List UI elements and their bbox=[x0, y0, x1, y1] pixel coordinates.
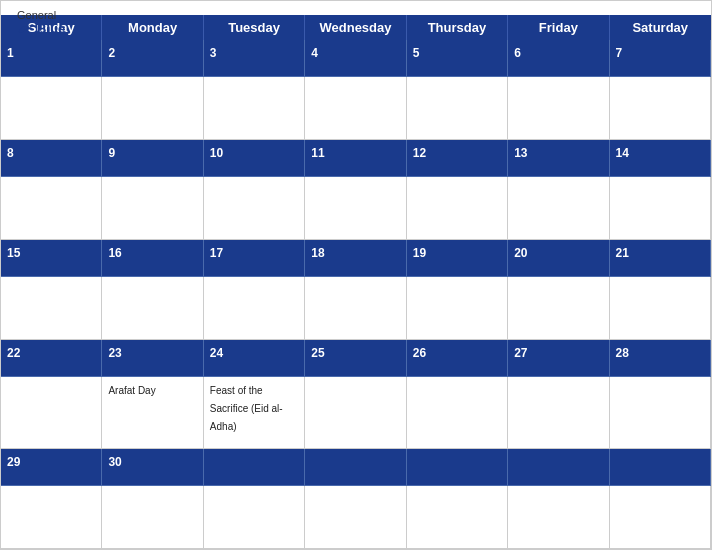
date-num-cell: 4 bbox=[305, 40, 406, 77]
date-number: 17 bbox=[210, 246, 223, 260]
day-tuesday: Tuesday bbox=[204, 15, 305, 40]
date-number: 11 bbox=[311, 146, 324, 160]
date-num-cell: 6 bbox=[508, 40, 609, 77]
date-content-cell bbox=[1, 277, 102, 341]
date-number: 10 bbox=[210, 146, 223, 160]
date-num-cell: 20 bbox=[508, 240, 609, 277]
date-num-cell bbox=[204, 449, 305, 486]
event-text: Feast of the Sacrifice (Eid al-Adha) bbox=[210, 385, 283, 432]
date-num-cell: 2 bbox=[102, 40, 203, 77]
date-content-cell bbox=[407, 486, 508, 550]
date-content-cell: Feast of the Sacrifice (Eid al-Adha) bbox=[204, 377, 305, 450]
date-content-cell bbox=[305, 377, 406, 450]
date-content-cell bbox=[102, 277, 203, 341]
date-num-cell bbox=[407, 449, 508, 486]
date-content-cell bbox=[407, 77, 508, 141]
date-number: 29 bbox=[7, 455, 20, 469]
date-number: 26 bbox=[413, 346, 426, 360]
date-content-cell bbox=[305, 177, 406, 241]
date-number: 12 bbox=[413, 146, 426, 160]
calendar-container: General Blue Sunday Monday Tuesday Wedne… bbox=[0, 0, 712, 550]
date-num-cell bbox=[610, 449, 711, 486]
date-number: 24 bbox=[210, 346, 223, 360]
date-num-cell: 21 bbox=[610, 240, 711, 277]
date-num-cell bbox=[508, 449, 609, 486]
date-content-cell bbox=[508, 177, 609, 241]
date-num-cell: 12 bbox=[407, 140, 508, 177]
date-content-cell bbox=[102, 486, 203, 550]
date-number: 2 bbox=[108, 46, 115, 60]
date-number: 13 bbox=[514, 146, 527, 160]
date-content-cell bbox=[407, 177, 508, 241]
date-content-cell bbox=[102, 77, 203, 141]
date-num-cell: 29 bbox=[1, 449, 102, 486]
date-content-cell bbox=[102, 177, 203, 241]
date-content-cell bbox=[407, 377, 508, 450]
date-num-cell: 27 bbox=[508, 340, 609, 377]
date-content-cell bbox=[204, 486, 305, 550]
date-num-cell: 7 bbox=[610, 40, 711, 77]
date-number: 25 bbox=[311, 346, 324, 360]
date-num-cell: 13 bbox=[508, 140, 609, 177]
logo-blue-text: Blue bbox=[17, 21, 65, 36]
date-num-cell: 10 bbox=[204, 140, 305, 177]
date-number: 18 bbox=[311, 246, 324, 260]
date-content-cell bbox=[305, 277, 406, 341]
date-content-cell bbox=[508, 77, 609, 141]
date-num-cell: 9 bbox=[102, 140, 203, 177]
date-number: 5 bbox=[413, 46, 420, 60]
date-content-cell bbox=[508, 277, 609, 341]
day-thursday: Thursday bbox=[407, 15, 508, 40]
date-num-cell: 14 bbox=[610, 140, 711, 177]
days-header: Sunday Monday Tuesday Wednesday Thursday… bbox=[1, 15, 711, 40]
date-num-cell: 24 bbox=[204, 340, 305, 377]
date-content-cell bbox=[204, 277, 305, 341]
date-num-cell: 23 bbox=[102, 340, 203, 377]
date-content-cell bbox=[610, 77, 711, 141]
logo-bird-icon bbox=[17, 22, 35, 36]
date-num-cell: 3 bbox=[204, 40, 305, 77]
date-content-cell: Arafat Day bbox=[102, 377, 203, 450]
date-content-cell bbox=[1, 377, 102, 450]
date-num-cell: 15 bbox=[1, 240, 102, 277]
date-number: 8 bbox=[7, 146, 14, 160]
logo: General Blue bbox=[17, 9, 65, 36]
date-number: 19 bbox=[413, 246, 426, 260]
day-friday: Friday bbox=[508, 15, 609, 40]
date-num-cell: 11 bbox=[305, 140, 406, 177]
date-content-cell bbox=[305, 486, 406, 550]
date-num-cell bbox=[305, 449, 406, 486]
date-content-cell bbox=[508, 486, 609, 550]
date-number: 30 bbox=[108, 455, 121, 469]
date-num-cell: 5 bbox=[407, 40, 508, 77]
date-num-cell: 16 bbox=[102, 240, 203, 277]
date-number: 28 bbox=[616, 346, 629, 360]
date-number: 6 bbox=[514, 46, 521, 60]
date-number: 22 bbox=[7, 346, 20, 360]
date-num-cell: 1 bbox=[1, 40, 102, 77]
date-num-cell: 22 bbox=[1, 340, 102, 377]
date-number: 1 bbox=[7, 46, 14, 60]
date-number: 9 bbox=[108, 146, 115, 160]
date-num-cell: 25 bbox=[305, 340, 406, 377]
event-text: Arafat Day bbox=[108, 385, 155, 396]
date-number: 27 bbox=[514, 346, 527, 360]
date-num-cell: 19 bbox=[407, 240, 508, 277]
date-number: 7 bbox=[616, 46, 623, 60]
date-content-cell bbox=[1, 77, 102, 141]
date-number: 23 bbox=[108, 346, 121, 360]
date-content-cell bbox=[407, 277, 508, 341]
date-num-cell: 17 bbox=[204, 240, 305, 277]
date-content-cell bbox=[508, 377, 609, 450]
date-content-cell bbox=[610, 277, 711, 341]
calendar-header: General Blue bbox=[1, 1, 711, 15]
date-content-cell bbox=[610, 377, 711, 450]
day-wednesday: Wednesday bbox=[305, 15, 406, 40]
date-content-cell bbox=[204, 77, 305, 141]
date-num-cell: 30 bbox=[102, 449, 203, 486]
date-content-cell bbox=[610, 486, 711, 550]
date-content-cell bbox=[204, 177, 305, 241]
date-content-cell bbox=[610, 177, 711, 241]
date-number: 21 bbox=[616, 246, 629, 260]
logo-general-text: General bbox=[17, 9, 56, 21]
